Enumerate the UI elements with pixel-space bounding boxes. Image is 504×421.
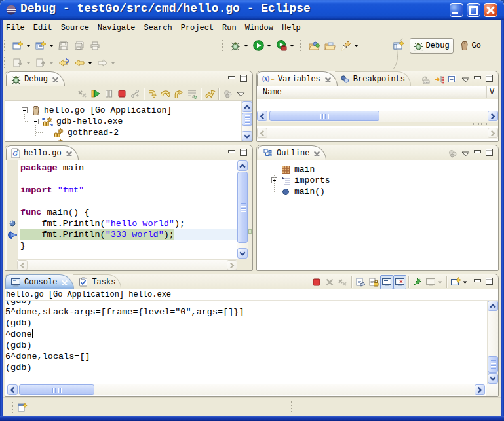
maximize-view-icon[interactable]: [240, 149, 247, 156]
debug-tree-row[interactable]: hello.go [Go Application]: [5, 105, 172, 116]
save-disabled-button[interactable]: [56, 39, 71, 53]
dropdown-arrow-icon[interactable]: [87, 56, 93, 70]
outline-options-disabled-button[interactable]: [446, 146, 459, 160]
tab-debug[interactable]: Debug: [6, 71, 65, 86]
dropdown-arrow-icon[interactable]: [289, 39, 295, 53]
disconnect-disabled-button[interactable]: [128, 86, 142, 101]
scroll-left-icon[interactable]: [257, 111, 267, 121]
close-icon[interactable]: [66, 150, 73, 157]
scroll-right-icon[interactable]: [488, 111, 498, 121]
prev-annotation-disabled-button[interactable]: [33, 56, 48, 70]
open-folder-button[interactable]: [322, 39, 337, 53]
step-into-button[interactable]: [146, 86, 159, 101]
new-menu-button[interactable]: [33, 39, 48, 53]
minimize-view-icon[interactable]: [474, 75, 481, 82]
scroll-up-icon[interactable]: [237, 160, 248, 171]
menu-project[interactable]: Project: [181, 24, 214, 33]
toolbar-drag-handle[interactable]: [4, 40, 5, 52]
console-hscrollbar[interactable]: [7, 384, 485, 395]
dropdown-arrow-icon[interactable]: [266, 39, 272, 53]
scroll-lock-button[interactable]: [367, 275, 380, 289]
outline-tree-row[interactable]: imports: [257, 175, 330, 186]
code-line[interactable]: package main: [18, 162, 252, 174]
outline-tree-row[interactable]: main(): [257, 186, 325, 197]
search-flashlight-button[interactable]: [338, 39, 353, 53]
view-menu-button[interactable]: [234, 86, 247, 101]
terminate-button[interactable]: [310, 275, 323, 289]
show-columns-button[interactable]: [433, 72, 446, 86]
tab-console[interactable]: Console: [5, 274, 74, 289]
minimize-view-icon[interactable]: [474, 278, 481, 285]
window-maximize-button[interactable]: [467, 3, 480, 17]
menu-search[interactable]: Search: [144, 24, 172, 33]
code-line[interactable]: [18, 196, 252, 207]
show-stdout-button[interactable]: [380, 275, 393, 289]
close-icon[interactable]: [324, 76, 332, 83]
column-name[interactable]: Name: [263, 87, 282, 98]
display-console-disabled-button[interactable]: [424, 275, 437, 289]
collapse-icon[interactable]: [22, 107, 28, 113]
pin-console-button[interactable]: [411, 275, 424, 289]
variables-hscrollbar[interactable]: [257, 111, 498, 122]
open-console-button[interactable]: [449, 275, 462, 289]
run-external-button[interactable]: [274, 39, 288, 53]
step-over-button[interactable]: [159, 86, 172, 101]
menu-run[interactable]: Run: [222, 24, 237, 33]
debug-options-disabled-button[interactable]: [221, 86, 234, 101]
remove-all-disabled-button[interactable]: [336, 275, 349, 289]
variables-detail-pane[interactable]: [257, 126, 498, 141]
debug-tree-vscrollbar[interactable]: [241, 101, 252, 141]
editor-code-area[interactable]: package mainimport "fmt"func main() { fm…: [18, 160, 252, 270]
window-close-button[interactable]: [484, 3, 497, 17]
code-line[interactable]: }: [18, 240, 252, 251]
dropdown-arrow-icon[interactable]: [48, 39, 54, 53]
last-edit-location-button[interactable]: [56, 56, 71, 70]
dropdown-arrow-icon[interactable]: [353, 39, 359, 53]
scroll-up-icon[interactable]: [488, 301, 498, 311]
scrollbar-thumb[interactable]: [488, 356, 498, 373]
menu-window[interactable]: Window: [245, 24, 273, 33]
toolbar-drag-handle[interactable]: [222, 40, 223, 52]
tab-breakpoints[interactable]: Breakpoints: [335, 71, 411, 86]
resume-button[interactable]: [89, 86, 102, 101]
forward-arrow-disabled-button[interactable]: [95, 56, 109, 70]
toolbar-drag-handle[interactable]: [4, 57, 5, 69]
editor-vscrollbar[interactable]: [237, 160, 248, 259]
debug-bug-button[interactable]: [228, 39, 242, 53]
clear-console-button[interactable]: [354, 275, 367, 289]
maximize-view-icon[interactable]: [486, 149, 493, 156]
overview-annotation[interactable]: [248, 229, 252, 234]
console-output[interactable]: (gdb)5^done,stack-args=[frame={level="0"…: [5, 301, 498, 396]
open-perspective-button[interactable]: [392, 39, 406, 53]
terminate-button[interactable]: [115, 86, 128, 101]
dropdown-arrow-icon[interactable]: [26, 39, 31, 53]
collapse-all-button[interactable]: [446, 72, 459, 86]
column-separator[interactable]: [486, 86, 487, 98]
close-icon[interactable]: [52, 76, 59, 83]
remove-launch-disabled-button[interactable]: [323, 275, 336, 289]
toolbar-drag-handle[interactable]: [300, 40, 301, 52]
editor-overview-ruler[interactable]: [248, 160, 252, 259]
menu-file[interactable]: File: [6, 24, 25, 33]
code-line[interactable]: fmt.Println("333 world");: [18, 229, 252, 240]
dropdown-arrow-icon[interactable]: [462, 275, 468, 289]
outline-tree-row[interactable]: main: [257, 164, 315, 175]
menu-navigate[interactable]: Navigate: [98, 24, 136, 33]
run-green-button[interactable]: [251, 39, 265, 53]
variables-detail-sash[interactable]: [257, 122, 498, 126]
menu-source[interactable]: Source: [61, 24, 89, 33]
print-disabled-button[interactable]: [88, 39, 102, 53]
minimize-view-icon[interactable]: [474, 149, 481, 156]
code-line[interactable]: func main() {: [18, 207, 252, 218]
scrollbar-thumb[interactable]: [242, 113, 252, 126]
tab-outline[interactable]: Outline: [258, 145, 326, 160]
tab-tasks[interactable]: Tasks: [73, 274, 121, 289]
suspend-disabled-button[interactable]: [102, 86, 115, 101]
view-menu-button[interactable]: [459, 146, 472, 160]
minimize-view-icon[interactable]: [228, 149, 235, 156]
menu-edit[interactable]: Edit: [33, 24, 52, 33]
dropdown-arrow-icon[interactable]: [243, 39, 249, 53]
perspective-debug-button[interactable]: Debug: [410, 38, 454, 54]
collapse-icon[interactable]: [33, 119, 39, 124]
code-line[interactable]: import "fmt": [18, 185, 252, 196]
